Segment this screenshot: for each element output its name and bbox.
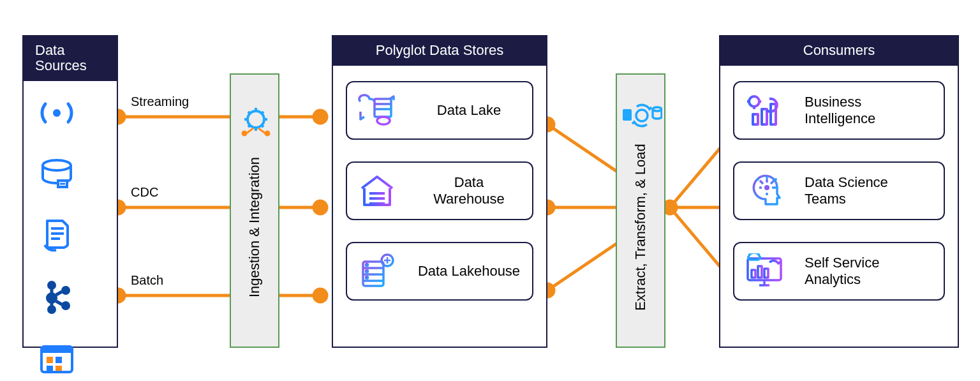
store-label: Data Lake bbox=[417, 102, 521, 119]
svg-point-2 bbox=[314, 110, 327, 123]
svg-rect-38 bbox=[56, 366, 62, 371]
svg-point-61 bbox=[776, 186, 778, 189]
svg-rect-56 bbox=[771, 104, 776, 124]
svg-point-47 bbox=[366, 271, 368, 273]
flow-label-cdc: CDC bbox=[131, 185, 158, 200]
svg-point-26 bbox=[47, 305, 56, 314]
svg-rect-65 bbox=[764, 269, 768, 278]
svg-point-53 bbox=[749, 96, 759, 107]
svg-point-22 bbox=[53, 109, 61, 117]
svg-line-32 bbox=[56, 301, 62, 304]
svg-point-27 bbox=[61, 286, 70, 295]
store-list: Data Lake Data Warehouse bbox=[333, 66, 546, 313]
consumer-self-service: Self Service Analytics bbox=[733, 242, 945, 301]
svg-rect-34 bbox=[41, 347, 72, 353]
consumer-label: Business Intelligence bbox=[805, 94, 932, 127]
svg-line-43 bbox=[258, 128, 265, 133]
panel-title-sources: Data Sources bbox=[24, 36, 117, 81]
svg-line-31 bbox=[56, 292, 62, 295]
consumer-list: Business Intelligence bbox=[720, 66, 958, 313]
svg-rect-63 bbox=[752, 270, 755, 278]
panel-data-sources: Data Sources bbox=[22, 35, 118, 348]
data-warehouse-icon bbox=[355, 172, 399, 210]
pillar-etl-label: Extract, Transform, & Load bbox=[632, 144, 649, 311]
ai-head-icon bbox=[742, 172, 787, 210]
svg-line-42 bbox=[246, 128, 253, 133]
dashboard-screen-icon bbox=[742, 252, 787, 290]
signal-icon bbox=[38, 94, 76, 132]
architecture-diagram: Streaming CDC Batch Data Sources bbox=[0, 0, 980, 381]
svg-rect-35 bbox=[47, 357, 53, 363]
svg-point-46 bbox=[366, 264, 368, 266]
store-data-lakehouse: Data Lakehouse bbox=[346, 242, 533, 301]
database-icon bbox=[38, 155, 76, 193]
svg-rect-55 bbox=[762, 109, 767, 124]
panel-title-stores: Polyglot Data Stores bbox=[333, 36, 546, 66]
svg-point-48 bbox=[366, 277, 368, 279]
svg-rect-50 bbox=[623, 109, 632, 121]
log-file-icon bbox=[38, 216, 76, 255]
source-icon-list bbox=[24, 81, 117, 377]
svg-point-58 bbox=[766, 176, 768, 179]
store-data-lake: Data Lake bbox=[346, 81, 533, 140]
pillar-ingestion-label: Ingestion & Integration bbox=[246, 156, 263, 297]
data-lakehouse-icon bbox=[355, 252, 399, 290]
svg-point-5 bbox=[314, 201, 327, 214]
kafka-icon bbox=[38, 278, 76, 316]
store-data-warehouse: Data Warehouse bbox=[346, 161, 533, 220]
flow-label-streaming: Streaming bbox=[131, 94, 189, 109]
svg-rect-37 bbox=[47, 366, 53, 371]
svg-point-51 bbox=[636, 110, 648, 121]
svg-point-24 bbox=[47, 281, 56, 290]
svg-point-8 bbox=[314, 289, 327, 302]
svg-rect-64 bbox=[758, 266, 762, 278]
consumer-data-science: Data Science Teams bbox=[733, 161, 945, 220]
bi-chart-icon bbox=[742, 91, 787, 130]
panel-data-stores: Polyglot Data Stores Dat bbox=[332, 35, 547, 348]
consumer-bi: Business Intelligence bbox=[733, 81, 945, 140]
svg-point-57 bbox=[764, 185, 769, 190]
svg-point-59 bbox=[757, 178, 759, 181]
svg-point-23 bbox=[43, 160, 71, 170]
pillar-ingestion: Ingestion & Integration bbox=[230, 73, 279, 348]
svg-point-52 bbox=[653, 107, 662, 111]
svg-point-60 bbox=[775, 178, 777, 181]
store-label: Data Lakehouse bbox=[417, 263, 521, 280]
pillar-etl: Extract, Transform, & Load bbox=[616, 73, 665, 348]
svg-rect-44 bbox=[375, 99, 391, 117]
consumer-label: Self Service Analytics bbox=[805, 255, 932, 288]
consumer-label: Data Science Teams bbox=[805, 174, 932, 207]
store-label: Data Warehouse bbox=[417, 174, 521, 207]
svg-point-15 bbox=[664, 201, 676, 214]
panel-consumers: Consumers bbox=[719, 35, 959, 348]
svg-rect-36 bbox=[56, 357, 62, 363]
etl-process-icon bbox=[621, 100, 662, 132]
svg-rect-54 bbox=[753, 114, 758, 124]
svg-point-40 bbox=[242, 131, 246, 135]
svg-point-41 bbox=[265, 131, 269, 135]
panel-title-consumers: Consumers bbox=[720, 36, 958, 66]
data-lake-icon bbox=[355, 91, 399, 130]
flow-label-batch: Batch bbox=[131, 273, 163, 288]
calendar-apps-icon bbox=[38, 339, 76, 377]
svg-point-28 bbox=[61, 301, 70, 310]
gear-integration-icon bbox=[238, 104, 274, 140]
